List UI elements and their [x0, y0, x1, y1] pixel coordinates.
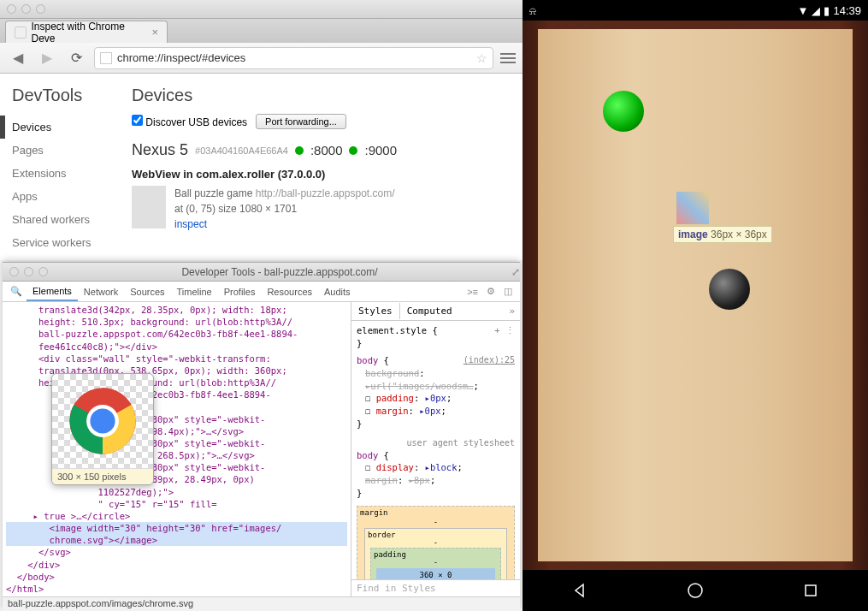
sidebar-item-shared-workers[interactable]: Shared workers — [12, 208, 111, 231]
android-back-button[interactable] — [568, 578, 592, 602]
port-9000: :9000 — [364, 143, 397, 157]
tab-title: Inspect with Chrome Deve — [32, 21, 147, 44]
tab-favicon — [15, 27, 27, 39]
box-model: margin- border- padding-360 × 0 — [357, 506, 515, 579]
inspect-link[interactable]: inspect — [174, 218, 207, 230]
svg-point-2 — [90, 408, 115, 433]
webview-title: WebView in com.alex.roller (37.0.0.0) — [132, 168, 511, 181]
tab-close-icon[interactable]: × — [151, 26, 158, 39]
dt-max-dot[interactable] — [38, 267, 48, 276]
sidebar-title: DevTools — [12, 86, 111, 105]
main-title: Devices — [132, 86, 511, 105]
url-text: chrome://inspect/#devices — [117, 51, 245, 64]
sidebar-item-devices[interactable]: Devices — [0, 116, 111, 139]
port-forwarding-button[interactable]: Port forwarding... — [256, 114, 346, 129]
game-surface[interactable]: image 36px × 36px — [538, 29, 853, 561]
bookmark-icon[interactable]: ☆ — [476, 51, 487, 65]
webview-row: Ball puzzle game http://ball-puzzle.apps… — [132, 186, 511, 232]
back-button[interactable]: ◀ — [7, 47, 29, 69]
rule-source[interactable]: (index):25 — [464, 354, 515, 366]
device-hash: #03A404160A4E66A4 — [195, 145, 288, 156]
tab-resources[interactable]: Resources — [261, 283, 318, 300]
svg-point-3 — [688, 584, 702, 597]
webview-coords: at (0, 75) size 1080 × 1701 — [174, 203, 297, 215]
page-icon — [100, 52, 112, 64]
search-icon[interactable]: 🔍 — [6, 286, 27, 297]
sidebar-item-extensions[interactable]: Extensions — [12, 162, 111, 185]
element-hover-tooltip: image 36px × 36px — [673, 226, 772, 243]
tooltip-caption: 300 × 150 pixels — [52, 468, 153, 484]
sidebar-item-pages[interactable]: Pages — [12, 139, 111, 162]
window-min-dot[interactable] — [21, 4, 31, 14]
more-tabs-icon[interactable]: » — [504, 306, 520, 317]
svg-rect-4 — [806, 585, 816, 596]
inspect-devices-page: DevTools Devices Pages Extensions Apps S… — [0, 74, 523, 260]
tab-network[interactable]: Network — [78, 283, 124, 300]
webview-page-name: Ball puzzle game — [174, 187, 252, 199]
window-close-dot[interactable] — [7, 4, 16, 14]
port-status-dot — [349, 146, 357, 155]
port-8000: :8000 — [310, 143, 343, 157]
browser-tab[interactable]: Inspect with Chrome Deve × — [5, 21, 168, 43]
signal-icon: ◢ — [812, 4, 820, 17]
dock-icon[interactable]: ◫ — [499, 286, 517, 297]
android-home-button[interactable] — [683, 578, 707, 602]
battery-icon: ▮ — [824, 4, 830, 17]
inspect-sidebar: DevTools Devices Pages Extensions Apps S… — [12, 86, 111, 248]
address-bar[interactable]: chrome://inspect/#devices ☆ — [94, 47, 493, 69]
tab-audits[interactable]: Audits — [318, 283, 357, 300]
image-preview-tooltip: 300 × 150 pixels — [51, 373, 154, 485]
tab-sources[interactable]: Sources — [124, 283, 170, 300]
device-name: Nexus 5 — [132, 141, 188, 159]
sidebar-item-apps[interactable]: Apps — [12, 185, 111, 208]
devtools-status-bar: ball-puzzle.appspot.com/images/chrome.sv… — [3, 596, 520, 611]
gear-icon[interactable]: ⚙ — [482, 286, 499, 297]
find-in-styles[interactable]: Find in Styles — [351, 579, 520, 596]
styles-tab[interactable]: Styles — [351, 303, 400, 319]
styles-body[interactable]: element.style {+ ⋮ } body {(index):25 ba… — [351, 321, 520, 579]
android-status-bar: ⍾ ▼ ◢ ▮ 14:39 — [523, 0, 868, 21]
chrome-menu-icon[interactable] — [500, 53, 516, 63]
device-row: Nexus 5 #03A404160A4E66A4 :8000 :9000 — [132, 141, 511, 159]
android-device: ⍾ ▼ ◢ ▮ 14:39 image 36px × 36px — [523, 0, 868, 611]
reload-button[interactable]: ⟳ — [65, 47, 87, 69]
dt-close-dot[interactable] — [9, 267, 19, 276]
chrome-logo-icon — [66, 384, 139, 458]
android-app-frame: image 36px × 36px — [523, 21, 868, 570]
ua-stylesheet-label: user agent stylesheet — [357, 437, 515, 449]
browser-toolbar: ◀ ▶ ⟳ chrome://inspect/#devices ☆ — [0, 43, 523, 74]
tab-elements[interactable]: Elements — [27, 282, 78, 301]
styles-panel: Styles Computed » element.style {+ ⋮ } b… — [351, 302, 520, 596]
tab-timeline[interactable]: Timeline — [171, 283, 218, 300]
element-style-rule: element.style { — [357, 325, 438, 335]
discover-usb-checkbox[interactable]: Discover USB devices — [132, 115, 247, 128]
green-ball[interactable] — [603, 91, 644, 132]
dt-min-dot[interactable] — [24, 267, 33, 276]
devtools-tabs: 🔍 Elements Network Sources Timeline Prof… — [3, 282, 520, 302]
webview-url: http://ball-puzzle.appspot.com/ — [256, 187, 395, 199]
computed-tab[interactable]: Computed — [400, 303, 459, 319]
mac-titlebar — [0, 0, 523, 19]
port-status-dot — [295, 146, 304, 155]
webview-thumb — [132, 186, 166, 228]
dt-expand-icon[interactable]: ⤢ — [511, 266, 520, 278]
tooltip-dims: 36px × 36px — [711, 228, 767, 240]
window-max-dot[interactable] — [36, 4, 45, 14]
clock: 14:39 — [833, 4, 861, 17]
console-icon[interactable]: >≡ — [463, 287, 482, 297]
inspect-main: Devices Discover USB devices Port forwar… — [132, 86, 511, 248]
android-debug-icon: ⍾ — [529, 4, 536, 17]
dark-ball[interactable] — [709, 269, 750, 310]
android-recent-button[interactable] — [799, 578, 823, 602]
tab-strip: Inspect with Chrome Deve × — [0, 19, 523, 43]
tooltip-tag: image — [678, 228, 708, 240]
dt-window-title: Developer Tools - ball-puzzle.appspot.co… — [53, 266, 506, 278]
wifi-icon: ▼ — [798, 4, 809, 17]
forward-button: ▶ — [36, 47, 58, 69]
inspected-image-overlay — [676, 192, 709, 224]
tab-profiles[interactable]: Profiles — [218, 283, 262, 300]
android-nav-bar — [523, 570, 868, 611]
sidebar-item-service-workers[interactable]: Service workers — [12, 231, 111, 254]
